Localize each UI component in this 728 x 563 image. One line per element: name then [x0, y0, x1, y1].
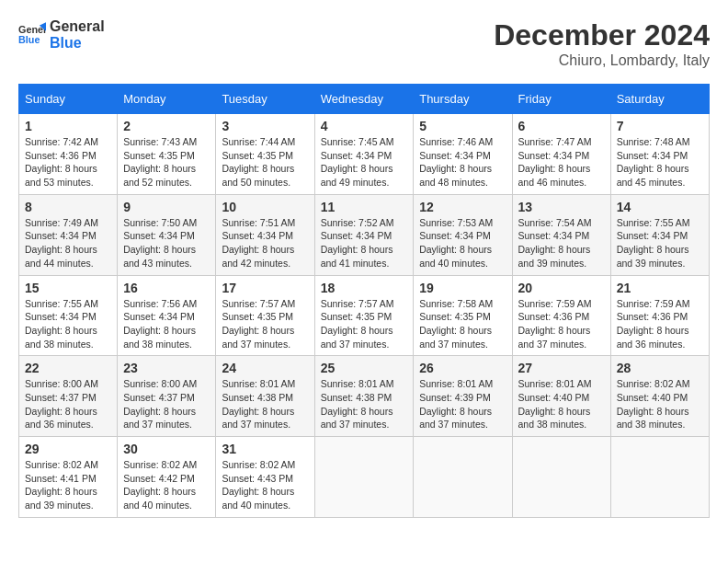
calendar-subtitle: Chiuro, Lombardy, Italy — [494, 52, 710, 69]
day-26: 26Sunrise: 8:01 AMSunset: 4:39 PMDayligh… — [414, 356, 512, 437]
day-2: 2Sunrise: 7:43 AMSunset: 4:35 PMDaylight… — [118, 114, 216, 195]
day-13: 13Sunrise: 7:54 AMSunset: 4:34 PMDayligh… — [512, 194, 610, 275]
day-19: 19Sunrise: 7:58 AMSunset: 4:35 PMDayligh… — [414, 275, 512, 356]
header-row: Sunday Monday Tuesday Wednesday Thursday… — [19, 85, 710, 114]
day-24: 24Sunrise: 8:01 AMSunset: 4:38 PMDayligh… — [216, 356, 314, 437]
day-3: 3Sunrise: 7:44 AMSunset: 4:35 PMDaylight… — [216, 114, 314, 195]
header-saturday: Saturday — [610, 85, 709, 114]
day-1: 1Sunrise: 7:42 AMSunset: 4:36 PMDaylight… — [19, 114, 118, 195]
day-16: 16Sunrise: 7:56 AMSunset: 4:34 PMDayligh… — [118, 275, 216, 356]
day-21: 21Sunrise: 7:59 AMSunset: 4:36 PMDayligh… — [610, 275, 709, 356]
day-18: 18Sunrise: 7:57 AMSunset: 4:35 PMDayligh… — [314, 275, 414, 356]
day-12: 12Sunrise: 7:53 AMSunset: 4:34 PMDayligh… — [414, 194, 512, 275]
week-5-row: 29Sunrise: 8:02 AMSunset: 4:41 PMDayligh… — [19, 437, 710, 518]
day-29: 29Sunrise: 8:02 AMSunset: 4:41 PMDayligh… — [19, 437, 118, 518]
day-10: 10Sunrise: 7:51 AMSunset: 4:34 PMDayligh… — [216, 194, 314, 275]
day-11: 11Sunrise: 7:52 AMSunset: 4:34 PMDayligh… — [314, 194, 414, 275]
empty-cell — [414, 437, 512, 518]
day-9: 9Sunrise: 7:50 AMSunset: 4:34 PMDaylight… — [118, 194, 216, 275]
header-friday: Friday — [512, 85, 610, 114]
empty-cell — [512, 437, 610, 518]
day-27: 27Sunrise: 8:01 AMSunset: 4:40 PMDayligh… — [512, 356, 610, 437]
calendar-table: Sunday Monday Tuesday Wednesday Thursday… — [18, 84, 710, 518]
day-31: 31Sunrise: 8:02 AMSunset: 4:43 PMDayligh… — [216, 437, 314, 518]
day-7: 7Sunrise: 7:48 AMSunset: 4:34 PMDaylight… — [610, 114, 709, 195]
day-28: 28Sunrise: 8:02 AMSunset: 4:40 PMDayligh… — [610, 356, 709, 437]
day-5: 5Sunrise: 7:46 AMSunset: 4:34 PMDaylight… — [414, 114, 512, 195]
day-4: 4Sunrise: 7:45 AMSunset: 4:34 PMDaylight… — [314, 114, 414, 195]
day-22: 22Sunrise: 8:00 AMSunset: 4:37 PMDayligh… — [19, 356, 118, 437]
day-23: 23Sunrise: 8:00 AMSunset: 4:37 PMDayligh… — [118, 356, 216, 437]
week-3-row: 15Sunrise: 7:55 AMSunset: 4:34 PMDayligh… — [19, 275, 710, 356]
calendar-title: December 2024 — [494, 18, 710, 52]
day-20: 20Sunrise: 7:59 AMSunset: 4:36 PMDayligh… — [512, 275, 610, 356]
day-14: 14Sunrise: 7:55 AMSunset: 4:34 PMDayligh… — [610, 194, 709, 275]
header-sunday: Sunday — [19, 85, 118, 114]
week-4-row: 22Sunrise: 8:00 AMSunset: 4:37 PMDayligh… — [19, 356, 710, 437]
day-17: 17Sunrise: 7:57 AMSunset: 4:35 PMDayligh… — [216, 275, 314, 356]
svg-text:Blue: Blue — [18, 34, 40, 45]
header-tuesday: Tuesday — [216, 85, 314, 114]
day-25: 25Sunrise: 8:01 AMSunset: 4:38 PMDayligh… — [314, 356, 414, 437]
logo: General Blue General Blue — [18, 18, 105, 52]
day-15: 15Sunrise: 7:55 AMSunset: 4:34 PMDayligh… — [19, 275, 118, 356]
empty-cell — [314, 437, 414, 518]
day-30: 30Sunrise: 8:02 AMSunset: 4:42 PMDayligh… — [118, 437, 216, 518]
empty-cell — [610, 437, 709, 518]
logo-text-line2: Blue — [50, 35, 105, 52]
week-1-row: 1Sunrise: 7:42 AMSunset: 4:36 PMDaylight… — [19, 114, 710, 195]
title-section: December 2024 Chiuro, Lombardy, Italy — [494, 18, 710, 69]
header-monday: Monday — [118, 85, 216, 114]
page-header: General Blue General Blue December 2024 … — [18, 18, 710, 69]
day-6: 6Sunrise: 7:47 AMSunset: 4:34 PMDaylight… — [512, 114, 610, 195]
header-wednesday: Wednesday — [314, 85, 414, 114]
logo-icon: General Blue — [18, 21, 46, 49]
week-2-row: 8Sunrise: 7:49 AMSunset: 4:34 PMDaylight… — [19, 194, 710, 275]
day-8: 8Sunrise: 7:49 AMSunset: 4:34 PMDaylight… — [19, 194, 118, 275]
header-thursday: Thursday — [414, 85, 512, 114]
logo-text-line1: General — [50, 18, 105, 35]
